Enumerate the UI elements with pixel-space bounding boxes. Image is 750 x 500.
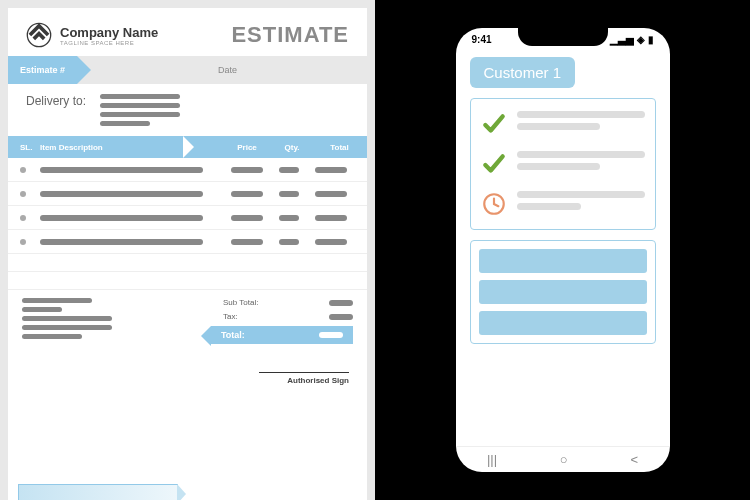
th-qty: Qty.	[272, 143, 312, 152]
table-row	[8, 230, 367, 254]
subtotal-row: Sub Total:	[223, 298, 353, 307]
placeholder-line	[40, 215, 203, 221]
signature-label: Authorised Sign	[259, 372, 349, 385]
placeholder-line	[315, 191, 347, 197]
table-header: SL. Item Description Price Qty. Total	[8, 136, 367, 158]
table-row	[8, 158, 367, 182]
placeholder-line	[279, 239, 299, 245]
tax-row: Tax:	[223, 312, 353, 321]
app-content: Customer 1	[456, 47, 670, 446]
phone-screen: 9:41 ▁▃▅ ◈ ▮ Customer 1	[456, 28, 670, 472]
logo-block: Company Name TAGLINE SPACE HERE	[26, 22, 158, 48]
placeholder-line	[279, 215, 299, 221]
tagline: TAGLINE SPACE HERE	[60, 40, 158, 46]
wifi-icon: ◈	[637, 34, 645, 45]
placeholder-line	[22, 298, 92, 303]
placeholder-line	[231, 239, 263, 245]
placeholder-line	[40, 239, 203, 245]
placeholder-line	[517, 163, 600, 170]
bullet-icon	[20, 167, 26, 173]
logo-icon	[26, 22, 52, 48]
subtotal-label: Sub Total:	[223, 298, 258, 307]
action-button[interactable]	[479, 311, 647, 335]
placeholder-line	[329, 300, 353, 306]
placeholder-line	[315, 167, 347, 173]
placeholder-line	[40, 167, 203, 173]
th-desc: Item Description	[40, 143, 222, 152]
placeholder-line	[22, 307, 62, 312]
check-icon	[481, 111, 507, 137]
doc-title: ESTIMATE	[231, 22, 349, 48]
placeholder-line	[517, 151, 645, 158]
item-text	[517, 111, 645, 130]
list-item[interactable]	[481, 191, 645, 217]
customer-chip[interactable]: Customer 1	[470, 57, 576, 88]
status-icons: ▁▃▅ ◈ ▮	[610, 34, 654, 45]
placeholder-line	[100, 112, 180, 117]
phone-frame: 9:41 ▁▃▅ ◈ ▮ Customer 1	[448, 20, 678, 480]
placeholder-line	[231, 167, 263, 173]
placeholder-line	[231, 215, 263, 221]
placeholder-line	[22, 316, 112, 321]
doc-header: Company Name TAGLINE SPACE HERE ESTIMATE	[8, 8, 367, 56]
table-row	[8, 182, 367, 206]
notch	[518, 28, 608, 46]
placeholder-line	[329, 314, 353, 320]
table-row	[8, 254, 367, 272]
action-button[interactable]	[479, 249, 647, 273]
placeholder-line	[517, 123, 600, 130]
battery-icon: ▮	[648, 34, 654, 45]
placeholder-line	[100, 121, 150, 126]
table-row	[8, 272, 367, 290]
nav-home[interactable]: ○	[560, 452, 568, 467]
bullet-icon	[20, 239, 26, 245]
bullet-icon	[20, 215, 26, 221]
summary: Sub Total: Tax: Total:	[223, 298, 353, 344]
delivery-label: Delivery to:	[26, 94, 86, 108]
placeholder-line	[517, 203, 581, 210]
delivery-block: Delivery to:	[8, 84, 367, 136]
placeholder-line	[40, 191, 203, 197]
estimate-number-label: Estimate #	[8, 56, 77, 84]
th-sl: SL.	[8, 143, 40, 152]
placeholder-line	[517, 111, 645, 118]
company-name: Company Name	[60, 25, 158, 40]
tax-label: Tax:	[223, 312, 238, 321]
list-item[interactable]	[481, 111, 645, 137]
placeholder-line	[100, 103, 180, 108]
signal-icon: ▁▃▅	[610, 34, 634, 45]
placeholder-line	[231, 191, 263, 197]
nav-recent[interactable]: |||	[487, 452, 497, 467]
date-label: Date	[218, 65, 237, 75]
placeholder-line	[279, 191, 299, 197]
item-text	[517, 191, 645, 210]
total-label: Total:	[221, 330, 245, 340]
clock-icon	[481, 191, 507, 217]
tasks-card	[470, 98, 656, 230]
status-time: 9:41	[472, 34, 492, 45]
terms-placeholder	[22, 298, 112, 344]
placeholder-line	[22, 334, 82, 339]
estimate-document: Company Name TAGLINE SPACE HERE ESTIMATE…	[0, 0, 375, 500]
th-price: Price	[222, 143, 272, 152]
placeholder-line	[319, 332, 343, 338]
footer-accent	[18, 484, 178, 500]
placeholder-line	[315, 239, 347, 245]
android-nav: ||| ○ <	[456, 446, 670, 472]
item-text	[517, 151, 645, 170]
totals-section: Sub Total: Tax: Total:	[8, 290, 367, 344]
actions-card	[470, 240, 656, 344]
action-button[interactable]	[479, 280, 647, 304]
list-item[interactable]	[481, 151, 645, 177]
placeholder-line	[315, 215, 347, 221]
meta-bar: Estimate # Date	[8, 56, 367, 84]
phone-panel: 9:41 ▁▃▅ ◈ ▮ Customer 1	[375, 0, 750, 500]
address-placeholder	[100, 94, 180, 126]
paper: Company Name TAGLINE SPACE HERE ESTIMATE…	[8, 8, 367, 500]
placeholder-line	[100, 94, 180, 99]
nav-back[interactable]: <	[630, 452, 638, 467]
th-total: Total	[312, 143, 367, 152]
bullet-icon	[20, 191, 26, 197]
check-icon	[481, 151, 507, 177]
chevron-divider	[183, 136, 194, 158]
